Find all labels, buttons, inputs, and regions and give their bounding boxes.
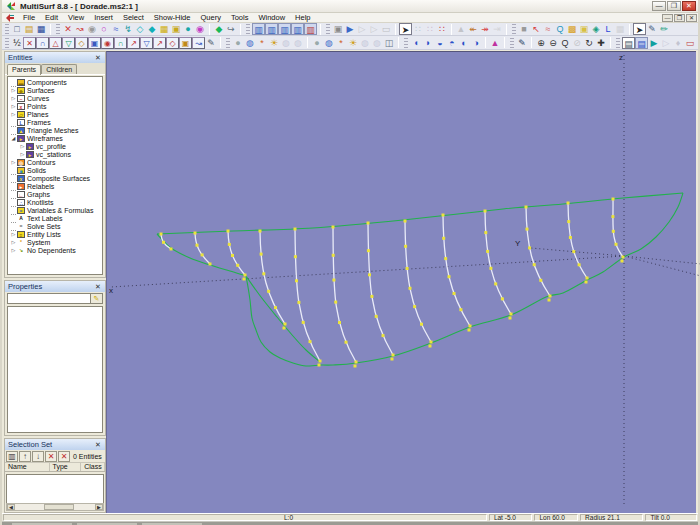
selection-set-header[interactable]: Selection Set ✕ <box>5 439 105 450</box>
control-point[interactable] <box>382 334 385 337</box>
tree-item-solids[interactable]: ■Solids <box>8 166 102 174</box>
toolbar-button-icon[interactable]: ➤ <box>633 23 646 35</box>
properties-selector[interactable]: ✎ <box>7 293 103 304</box>
control-point[interactable] <box>334 301 337 304</box>
tab-children[interactable]: Children <box>41 64 77 74</box>
tree-expander-icon[interactable]: ▷ <box>19 142 26 150</box>
control-point[interactable] <box>501 297 504 300</box>
toolbar-button-icon[interactable]: ● <box>182 23 194 35</box>
tree-expander-icon[interactable]: ▷ <box>10 158 17 166</box>
control-point[interactable] <box>295 279 298 282</box>
toolbar-grip[interactable] <box>5 38 9 48</box>
control-point[interactable] <box>338 321 341 324</box>
control-point[interactable] <box>375 315 378 318</box>
toolbar-button-icon[interactable]: * <box>335 37 347 49</box>
toolbar-button-icon[interactable]: ✎ <box>646 23 658 35</box>
control-point[interactable] <box>572 250 575 253</box>
toolbar-button-icon[interactable]: ◆ <box>213 23 225 35</box>
control-point[interactable] <box>227 230 230 233</box>
tree-item-variables-formulas[interactable]: =Variables & Formulas <box>8 206 102 214</box>
toolbar-button-icon[interactable]: Q <box>559 37 571 49</box>
toolbar-grip[interactable] <box>5 24 9 34</box>
control-point[interactable] <box>345 341 348 344</box>
scroll-thumb[interactable] <box>44 504 74 510</box>
tree-item-points[interactable]: ▷xPoints <box>8 102 102 110</box>
control-point[interactable] <box>231 254 234 257</box>
toolbar-button-icon[interactable]: ■ <box>518 23 530 35</box>
tree-item-text-labels[interactable]: AText Labels <box>8 214 102 222</box>
control-point[interactable] <box>209 263 212 266</box>
tree-expander-icon[interactable]: ▷ <box>10 94 17 102</box>
toolbar-button-icon[interactable]: ◫ <box>383 37 395 49</box>
toolbar-button-icon[interactable]: ⇥ <box>491 23 503 35</box>
toolbar-button-icon[interactable]: ▥ <box>265 23 278 35</box>
remove-icon[interactable]: ✕ <box>45 451 57 462</box>
toolbar-button-icon[interactable]: ▤ <box>635 37 648 49</box>
tree-item-surfaces[interactable]: ▷◆Surfaces <box>8 86 102 94</box>
toolbar-button-icon[interactable]: ▭ <box>380 23 392 35</box>
tree-expander-icon[interactable]: ▷ <box>10 238 17 246</box>
control-point[interactable] <box>569 236 572 239</box>
toolbar-button-icon[interactable]: ▷ <box>356 23 368 35</box>
toolbar-button-icon[interactable]: ◑ <box>470 37 482 49</box>
control-point[interactable] <box>406 267 409 270</box>
menu-select[interactable]: Select <box>118 13 149 22</box>
toolbar-button-icon[interactable]: ▽ <box>140 37 153 49</box>
control-point[interactable] <box>549 295 552 298</box>
toolbar-grip[interactable] <box>226 38 230 48</box>
tree-item-system[interactable]: ▷*System <box>8 238 102 246</box>
control-point[interactable] <box>228 243 231 246</box>
tree-item-frames[interactable]: LFrames <box>8 118 102 126</box>
toolbar-button-icon[interactable]: ▥ <box>278 23 291 35</box>
menu-file[interactable]: File <box>18 13 40 22</box>
tree-expander-icon[interactable]: ▷ <box>10 230 17 238</box>
toolbar-button-icon[interactable]: ▣ <box>578 23 590 35</box>
control-point[interactable] <box>367 222 370 225</box>
toolbar-button-icon[interactable]: ▽ <box>62 37 75 49</box>
toolbar-grip[interactable] <box>326 24 330 34</box>
control-point[interactable] <box>586 277 589 280</box>
scroll-left-arrow[interactable]: ◀ <box>7 504 15 510</box>
toolbar-button-icon[interactable]: ◐ <box>458 37 470 49</box>
minimize-button[interactable]: — <box>652 1 666 11</box>
menu-tools[interactable]: Tools <box>226 13 254 22</box>
tree-item-contours[interactable]: ▷◎Contours <box>8 158 102 166</box>
toolbar-button-icon[interactable]: ◍ <box>323 37 335 49</box>
properties-pin-icon[interactable]: ✎ <box>90 294 102 303</box>
toolbar-button-icon[interactable]: ◇ <box>134 23 146 35</box>
selection-set-list[interactable] <box>6 474 104 503</box>
control-point[interactable] <box>244 274 247 277</box>
control-point[interactable] <box>468 329 471 332</box>
selection-set-close-icon[interactable]: ✕ <box>94 441 102 449</box>
control-point[interactable] <box>494 282 497 285</box>
toolbar-button-icon[interactable]: ✕ <box>23 37 36 49</box>
toolbar-button-icon[interactable]: ▲ <box>489 37 501 49</box>
tree-expander-icon[interactable]: ▷ <box>10 86 17 94</box>
toolbar-button-icon[interactable]: ↝ <box>74 23 86 35</box>
toolbar-button-icon[interactable]: ◒ <box>434 37 446 49</box>
toolbar-button-icon[interactable]: ∩ <box>36 37 49 49</box>
control-point[interactable] <box>236 264 239 267</box>
control-point[interactable] <box>370 295 373 298</box>
toolbar-button-icon[interactable]: ☀ <box>347 37 359 49</box>
column-header-type[interactable]: Type <box>50 463 82 471</box>
menu-window[interactable]: Window <box>253 13 290 22</box>
control-point[interactable] <box>622 256 625 259</box>
toolbar-button-icon[interactable]: ≈ <box>542 23 554 35</box>
toolbar-button-icon[interactable]: ◉ <box>101 37 114 49</box>
control-point[interactable] <box>201 253 204 256</box>
toolbar-button-icon[interactable]: ◍ <box>292 37 304 49</box>
toolbar-button-icon[interactable]: ● <box>232 37 244 49</box>
control-point[interactable] <box>243 278 246 281</box>
control-point[interactable] <box>612 198 615 201</box>
control-point[interactable] <box>510 313 513 316</box>
control-point[interactable] <box>469 325 472 328</box>
toolbar-button-icon[interactable]: ◍ <box>280 37 292 49</box>
toolbar-button-icon[interactable]: ∩ <box>114 37 127 49</box>
tree-item-relabels[interactable]: ▸Relabels <box>8 182 102 190</box>
tree-expander-icon[interactable]: ▷ <box>19 150 26 158</box>
control-point[interactable] <box>409 287 412 290</box>
toolbar-button-icon[interactable]: ∷ <box>412 23 424 35</box>
tree-item-composite-surfaces[interactable]: xComposite Surfaces <box>8 174 102 182</box>
control-point[interactable] <box>194 232 197 235</box>
